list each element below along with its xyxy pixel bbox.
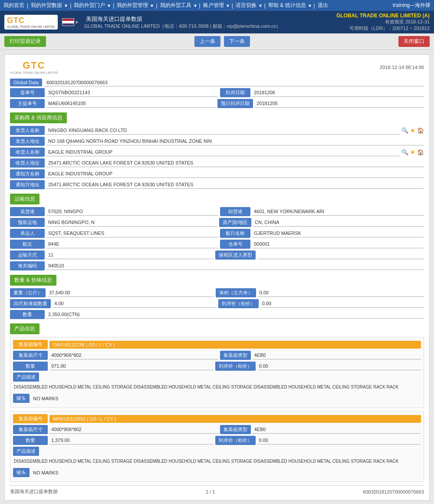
nav-language[interactable]: 语言切换	[236, 2, 256, 9]
marks-label-1: 唛头	[13, 394, 30, 403]
card-footer: 美国海关进口提单数据 1 / 1 60032018120700000070663	[10, 485, 424, 495]
header-bar: GTC GLOBAL TRADE ONLINE LIMITED ▾ 美国海关进口…	[0, 11, 434, 33]
marks-value-1: NO MARKS	[31, 395, 60, 402]
nav-links: 我的首页 | 我的外贸数据 ▾ | 我的外贸门户 ▾ | 我的外贸管理 ▾ | …	[3, 2, 328, 9]
container-size-row-2: 集装箱尺寸 4000*906*802 集装箱类型 4EB0	[13, 425, 421, 434]
star-icon2[interactable]: ★	[410, 149, 415, 155]
volume-label: 体积（立方米）	[216, 288, 256, 297]
product-desc-text-2: DISASSEMBLED HOUSEHOLD METAL CEILING STO…	[13, 457, 399, 466]
global-data-label: Global Data	[10, 79, 42, 86]
nav-logout[interactable]: 退出	[318, 2, 328, 9]
container-no-value-2: MRKU5319592 ( G0 / L / CY )	[49, 415, 421, 423]
product-item-2: 集装箱编号 MRKU5319592 ( G0 / L / CY ) 集装箱尺寸 …	[10, 411, 424, 482]
container-no-value-1: DAYU6122236 ( G0 / L / CY )	[49, 341, 421, 349]
container-20-value: 4.00	[53, 300, 216, 308]
arrival-date-label: 到岸日期	[220, 88, 250, 97]
nav-account[interactable]: 账户管理	[203, 2, 224, 9]
prev-button[interactable]: 上一条	[194, 36, 220, 47]
home-icon[interactable]: 🏠	[417, 127, 424, 134]
star-icon[interactable]: ★	[410, 127, 415, 134]
carrier-value: SQST, SEAQUEST LINES	[46, 230, 218, 237]
search-icon2[interactable]: 🔍	[401, 149, 408, 155]
master-bill-value: MAEU606145105	[46, 100, 216, 108]
container-no-row-2: 集装箱编号 MRKU5319592 ( G0 / L / CY )	[13, 414, 421, 423]
ldr-info: 可用时段（LDR）：200712 ~ 201812	[336, 25, 430, 32]
volume-value: 0.00	[258, 289, 424, 297]
voyage-row: 航次 844E 仓单号 000001	[10, 240, 424, 249]
bill-no-label: 提单号	[10, 88, 45, 97]
arrival-date-value: 20181206	[252, 89, 424, 97]
nav-user: training—海外驿	[393, 2, 431, 9]
container-row: 20尺标准箱数量 4.00 到岸价（枱价） 0.00	[10, 299, 424, 308]
nav-trade-data[interactable]: 我的外贸数据	[31, 2, 62, 9]
footer-page: 1 / 1	[206, 489, 215, 494]
bill-no-row: 提单号 SQSTNBO0221143 到岸日期 20181206	[10, 88, 424, 97]
products-section: 产品信息 集装箱编号 DAYU6122236 ( G0 / L / CY ) 集…	[10, 323, 424, 482]
home-icon2[interactable]: 🏠	[417, 149, 424, 155]
header-title-area: 美国海关进口提单数据 GLOBAL TRADE ONLINE LIMITED（电…	[84, 15, 332, 30]
doc-timestamp: 2018-12-14 08:14:06	[380, 65, 424, 70]
bill-id-label: 仓单号	[220, 240, 250, 249]
us-flag	[62, 18, 74, 26]
product-desc-label-2: 产品描述	[13, 447, 39, 456]
pre-load-value: NING BO/NINGPO, N	[46, 219, 217, 227]
transport-section-header: 运输信息	[10, 194, 39, 204]
product-qty-row-2: 数量 1,379.00 到岸价（枱价） 0.00	[13, 436, 421, 445]
footer-doc-id: 60032018120700000070663	[363, 489, 424, 494]
container-size-row-1: 集装箱尺寸 4000*906*802 集装箱类型 4EB0	[13, 351, 421, 360]
nav-management[interactable]: 我的外贸管理	[117, 2, 148, 9]
company-name: GLOBAL TRADE ONLINE LIMITED (A)	[336, 13, 430, 19]
search-icon[interactable]: 🔍	[401, 127, 408, 134]
container-20-label: 20尺标准箱数量	[10, 299, 51, 308]
product-qty-label-2: 数量	[13, 436, 48, 445]
product-desc-row-2: 产品描述 DISASSEMBLED HOUSEHOLD METAL CEILIN…	[13, 447, 421, 466]
container-no-label-1: 集装箱编号	[13, 340, 48, 349]
weight-label: 重量（公斤）	[10, 288, 46, 297]
close-button[interactable]: 关闭窗口	[398, 36, 430, 47]
main-content: GTC GLOBAL TRADE ONLINE LIMITED 2018-12-…	[0, 50, 434, 504]
container-type-value-1: 4EB0	[253, 352, 421, 359]
discharge-port-value: 4601, NEW YORK/NEWARK ARI	[252, 208, 424, 216]
product-qty-label-1: 数量	[13, 362, 48, 371]
license-info: GLOBAL TRADE ONLINE LIMITED (A) 有效期至 201…	[336, 13, 430, 32]
container-type-value-2: 4EB0	[253, 426, 421, 434]
carrier-label: 承运人	[10, 229, 45, 238]
marks-label-2: 唛头	[13, 468, 30, 477]
product-qty-value-2: 1,379.00	[49, 437, 214, 445]
document-card: GTC GLOBAL TRADE ONLINE LIMITED 2018-12-…	[4, 54, 430, 501]
print-button[interactable]: 打印贸易记录	[4, 36, 46, 47]
nav-home[interactable]: 我的首页	[3, 2, 24, 9]
top-toolbar: 打印贸易记录 上一条 下一条 关闭窗口	[0, 33, 434, 50]
transport-mode-value: 11	[46, 251, 214, 259]
logo-text: GTC	[7, 16, 55, 25]
logo-sub: GLOBAL TRADE ONLINE LIMITED	[7, 25, 55, 28]
marks-row-1: 唛头 NO MARKS	[13, 394, 421, 403]
consignee-addr-row: 收货人地址 25471 ARCTIC OCEAN LAKE FOREST CA …	[10, 158, 424, 168]
product-desc-row-1: 产品描述 DISASSEMBLED HOUSEHOLD METAL CEILIN…	[13, 372, 421, 392]
weight-row: 重量（公斤） 37,540.00 体积（立方米） 0.00	[10, 288, 424, 297]
shipper-name-value: NINGBO XINGUANG RACK CO LTD	[46, 127, 400, 135]
arrival-price-label: 到岸价（枱价）	[218, 299, 259, 308]
origin-value: CN, CHINA	[253, 219, 424, 227]
nav-tools[interactable]: 我的外贸工具	[160, 2, 191, 9]
nav-portal[interactable]: 我的外贸门户	[74, 2, 105, 9]
vessel-value: GJERTRUD MAERSK	[252, 230, 424, 237]
notify-name-label: 通知方名称	[10, 169, 45, 178]
master-bill-row: 主提单号 MAEU606145105 预计到岸日期 20181205	[10, 99, 424, 108]
container-no-row-1: 集装箱编号 DAYU6122236 ( G0 / L / CY )	[13, 340, 421, 349]
container-type-label-2: 集装箱类型	[220, 425, 251, 434]
page-title: 美国海关进口提单数据	[86, 15, 332, 23]
consignee-name-label: 收货人名称	[10, 148, 45, 157]
load-port-label: 装货港	[10, 207, 45, 216]
doc-logo-sub: GLOBAL TRADE ONLINE LIMITED	[10, 71, 58, 74]
shipper-section: 采购商 & 供应商信息 发货人名称 NINGBO XINGUANG RACK C…	[10, 112, 424, 189]
consignee-name-value: EAGLE INDUSTRIAL GROUP	[46, 148, 400, 156]
qty-label: 数量	[10, 310, 45, 319]
container-size-value-1: 4000*906*802	[49, 352, 218, 359]
flag-dropdown[interactable]: ▾	[76, 20, 78, 25]
next-button[interactable]: 下一条	[224, 36, 250, 47]
customs-code-value: 940510	[46, 262, 424, 270]
container-size-value-2: 4000*906*802	[49, 426, 218, 434]
nav-help[interactable]: 帮助 & 统计信息	[268, 2, 306, 9]
ports-row: 装货港 57020, NINGPO 卸货港 4601, NEW YORK/NEW…	[10, 207, 424, 216]
